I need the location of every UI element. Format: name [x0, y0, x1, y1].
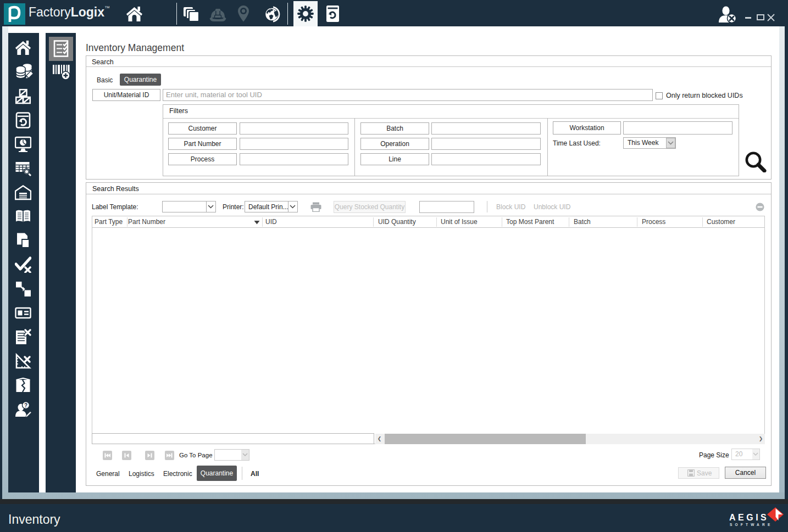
- svg-text:?: ?: [24, 402, 27, 408]
